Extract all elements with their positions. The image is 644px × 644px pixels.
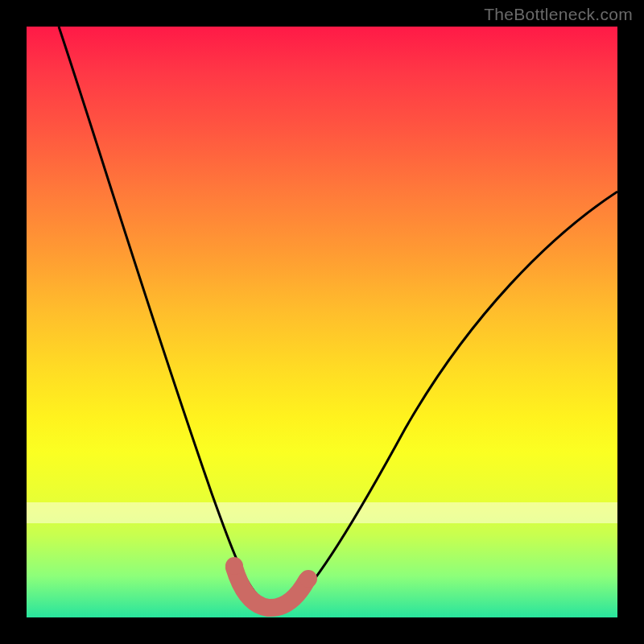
sweet-spot-end-right xyxy=(299,570,317,588)
watermark-text: TheBottleneck.com xyxy=(484,5,633,24)
sweet-spot-end-left xyxy=(225,557,243,575)
chart-frame: TheBottleneck.com xyxy=(0,0,644,644)
bottleneck-curve xyxy=(59,27,617,608)
plot-area xyxy=(27,27,617,617)
sweet-spot-marker xyxy=(234,568,307,608)
bottleneck-curve-svg xyxy=(27,27,617,617)
